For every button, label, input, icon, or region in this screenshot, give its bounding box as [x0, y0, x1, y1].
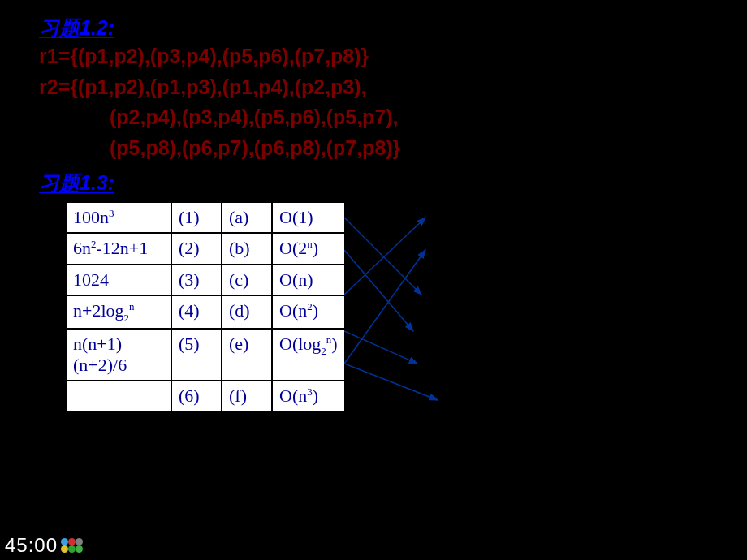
r2-formula-line3: (p5,p8),(p6,p7),(p6,p8),(p7,p8)}	[0, 133, 747, 164]
expr-cell: 100n3	[66, 202, 171, 233]
letter-cell: (b)	[222, 233, 272, 264]
big-o-cell: O(1)	[272, 202, 345, 233]
num-cell: (3)	[171, 265, 222, 295]
status-dot-icon	[61, 538, 68, 545]
mapping-arrows	[344, 201, 555, 493]
num-cell: (2)	[171, 233, 222, 264]
svg-line-2	[344, 250, 413, 331]
status-dot-icon	[61, 545, 68, 553]
num-cell: (5)	[171, 329, 222, 381]
big-o-cell: O(n2)	[272, 295, 345, 330]
status-dot-icon	[68, 538, 76, 545]
r2-formula-line2: (p2,p4),(p3,p4),(p5,p6),(p5,p7),	[0, 102, 747, 133]
svg-line-6	[344, 250, 425, 364]
status-dot-icon	[76, 545, 83, 553]
section-heading-2: 习题1.3:	[0, 163, 747, 200]
table-row: (6)(f)O(n3)	[66, 381, 345, 411]
table-row: 100n3(1)(a)O(1)	[66, 202, 345, 233]
status-dot-icon	[68, 545, 76, 553]
timer-display: 45:00	[5, 534, 58, 557]
footer: 45:00	[5, 534, 83, 557]
complexity-table: 100n3(1)(a)O(1)6n2-12n+1(2)(b)O(2n)1024(…	[65, 201, 346, 413]
table-row: 6n2-12n+1(2)(b)O(2n)	[66, 233, 345, 264]
r2-formula-line1: r2={(p1,p2),(p1,p3),(p1,p4),(p2,p3),	[0, 72, 747, 103]
expr-cell	[66, 381, 171, 411]
svg-line-1	[344, 218, 421, 295]
letter-cell: (a)	[222, 202, 272, 233]
big-o-cell: O(2n)	[272, 233, 345, 264]
expr-cell: 1024	[66, 265, 171, 295]
big-o-cell: O(n)	[272, 265, 345, 295]
status-dots	[61, 538, 83, 553]
expr-cell: n+2log2n	[66, 295, 171, 330]
letter-cell: (d)	[222, 295, 272, 330]
svg-line-5	[344, 364, 438, 400]
num-cell: (6)	[171, 381, 222, 411]
letter-cell: (f)	[222, 381, 272, 411]
table-row: n+2log2n(4)(d)O(n2)	[66, 295, 345, 330]
num-cell: (1)	[171, 202, 222, 233]
complexity-table-wrap: 100n3(1)(a)O(1)6n2-12n+1(2)(b)O(2n)1024(…	[65, 201, 747, 413]
letter-cell: (e)	[222, 329, 272, 381]
svg-line-3	[344, 218, 425, 295]
big-o-cell: O(log2n)	[272, 329, 345, 381]
num-cell: (4)	[171, 295, 222, 330]
big-o-cell: O(n3)	[272, 381, 345, 411]
table-row: n(n+1)(n+2)/6(5)(e)O(log2n)	[66, 329, 345, 381]
expr-cell: n(n+1)(n+2)/6	[66, 329, 171, 381]
status-dot-icon	[76, 538, 83, 545]
svg-line-4	[344, 331, 417, 364]
letter-cell: (c)	[222, 265, 272, 295]
table-row: 1024(3)(c)O(n)	[66, 265, 345, 295]
r1-formula: r1={(p1,p2),(p3,p4),(p5,p6),(p7,p8)}	[0, 41, 747, 72]
section-heading-1: 习题1.2:	[0, 0, 747, 41]
expr-cell: 6n2-12n+1	[66, 233, 171, 264]
